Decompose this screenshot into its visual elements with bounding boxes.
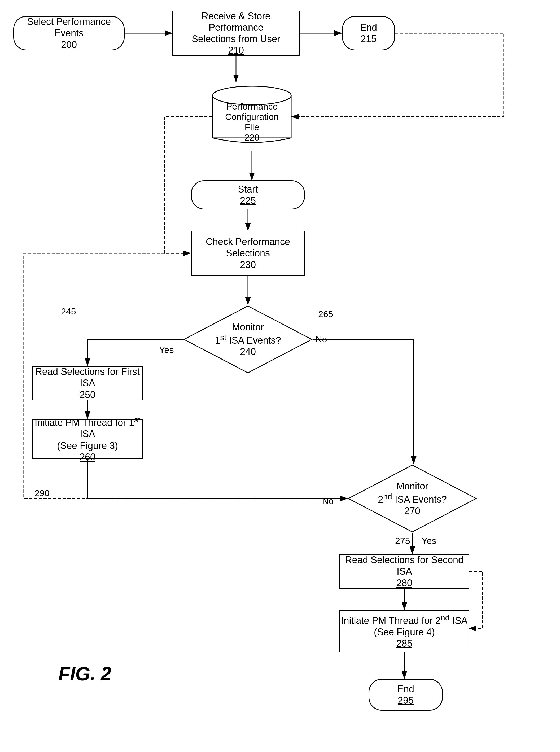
node-230-text: Check PerformanceSelections: [206, 236, 290, 259]
node-200-id: 200: [14, 39, 124, 51]
node-240-text: Monitor1st ISA Events?: [215, 321, 281, 346]
node-210-id: 210: [173, 44, 299, 56]
node-200: Select Performance Events 200: [13, 16, 125, 51]
node-225-text: Start: [238, 183, 258, 195]
node-280: Read Selections for Second ISA 280: [339, 554, 469, 589]
annotation-no-240: No: [316, 334, 327, 344]
node-225: Start 225: [191, 180, 305, 210]
node-230-id: 230: [206, 259, 290, 271]
node-225-id: 225: [238, 195, 258, 206]
node-200-text: Select Performance Events: [14, 16, 124, 39]
node-270-id: 270: [378, 505, 447, 517]
node-260-id: 260: [33, 451, 142, 463]
annotation-275: 275: [395, 536, 410, 546]
node-285: Initiate PM Thread for 2nd ISA(See Figur…: [339, 610, 469, 652]
node-220: PerformanceConfigurationFile 220: [212, 82, 292, 151]
node-250: Read Selections for First ISA 250: [32, 366, 143, 400]
node-270: Monitor2nd ISA Events? 270: [347, 464, 477, 533]
annotation-245: 245: [61, 306, 76, 317]
annotation-yes-270: Yes: [422, 536, 436, 546]
node-250-text: Read Selections for First ISA: [33, 366, 142, 389]
annotation-no-270: No: [322, 496, 334, 506]
node-215-id: 215: [360, 33, 377, 44]
diagram-container: Select Performance Events 200 Receive & …: [0, 0, 560, 752]
node-210: Receive & Store PerformanceSelections fr…: [172, 11, 300, 56]
figure-label: FIG. 2: [58, 663, 112, 685]
node-250-id: 250: [33, 389, 142, 400]
node-295-id: 295: [397, 695, 414, 706]
node-220-id: 220: [244, 132, 260, 143]
annotation-265: 265: [318, 309, 333, 319]
node-210-text: Receive & Store PerformanceSelections fr…: [173, 11, 299, 45]
node-240-id: 240: [215, 346, 281, 357]
node-280-text: Read Selections for Second ISA: [340, 554, 468, 577]
node-295-text: End: [397, 683, 414, 695]
node-270-text: Monitor2nd ISA Events?: [378, 480, 447, 505]
node-260: Initiate PM Thread for 1st ISA(See Figur…: [32, 419, 143, 459]
node-295: End 295: [368, 679, 443, 711]
node-240: Monitor1st ISA Events? 240: [183, 305, 313, 374]
node-260-text: Initiate PM Thread for 1st ISA(See Figur…: [33, 415, 142, 451]
annotation-290: 290: [35, 488, 49, 498]
node-215-text: End: [360, 22, 377, 33]
node-220-text: PerformanceConfigurationFile: [225, 101, 279, 132]
node-285-text: Initiate PM Thread for 2nd ISA(See Figur…: [341, 613, 468, 638]
node-285-id: 285: [341, 638, 468, 649]
node-230: Check PerformanceSelections 230: [191, 231, 305, 276]
annotation-yes-240: Yes: [159, 345, 174, 355]
node-215: End 215: [342, 16, 395, 51]
node-280-id: 280: [340, 577, 468, 589]
